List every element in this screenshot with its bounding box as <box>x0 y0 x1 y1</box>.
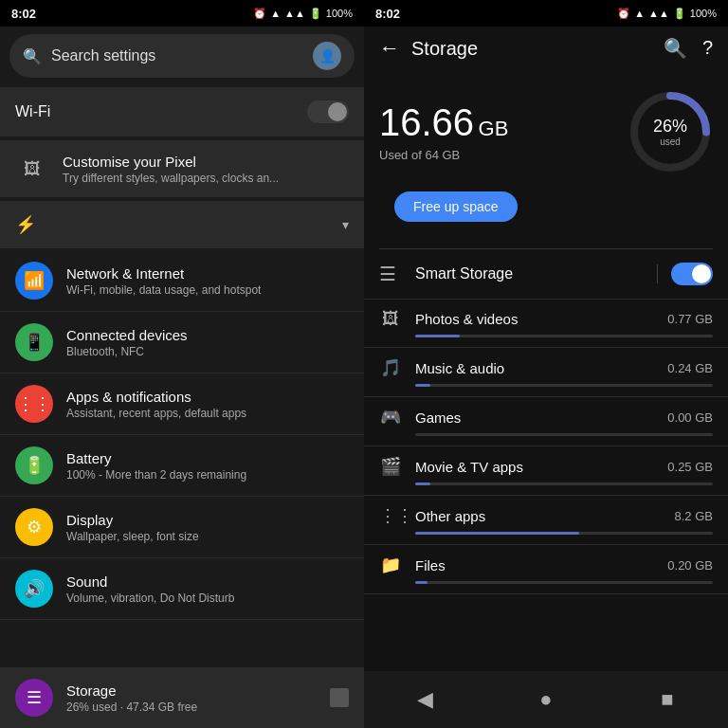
right-status-bar: 8:02 ⏰ ▲ ▲▲ 🔋 100% <box>364 0 728 27</box>
circle-used-text: used <box>653 136 687 147</box>
connected-sub: Bluetooth, NFC <box>66 345 188 358</box>
vertical-divider <box>657 264 658 283</box>
music-label: Music & audio <box>415 360 654 376</box>
back-nav-button[interactable]: ◀ <box>406 681 444 719</box>
right-alarm-icon: ⏰ <box>617 8 630 20</box>
alarm-icon: ⏰ <box>253 8 266 20</box>
list-item[interactable]: 🎵 Music & audio 0.24 GB <box>364 348 728 397</box>
list-item[interactable]: 🔋 Battery 100% - More than 2 days remain… <box>0 435 364 497</box>
wifi-toggle[interactable] <box>307 100 349 123</box>
battery-icon: 🔋 <box>309 8 322 20</box>
customise-title: Customise your Pixel <box>63 154 279 170</box>
left-status-bar: 8:02 ⏰ ▲ ▲▲ 🔋 100% <box>0 0 364 27</box>
sound-symbol: 🔊 <box>24 578 45 599</box>
photos-bar-bg <box>415 335 713 337</box>
files-icon: 📁 <box>379 555 402 575</box>
search-icon[interactable]: 🔍 <box>664 37 687 60</box>
sound-icon-circle: 🔊 <box>15 570 53 608</box>
network-sub: Wi-Fi, mobile, data usage, and hotspot <box>66 283 261 297</box>
games-label: Games <box>415 410 654 426</box>
list-item[interactable]: 📁 Files 0.20 GB <box>364 545 728 594</box>
files-bar-fill <box>415 581 428 584</box>
left-status-time: 8:02 <box>11 7 36 21</box>
list-item[interactable]: 📱 Connected devices Bluetooth, NFC <box>0 312 364 373</box>
right-status-time: 8:02 <box>375 7 400 21</box>
left-status-icons: ⏰ ▲ ▲▲ 🔋 100% <box>253 8 353 20</box>
back-button[interactable]: ← <box>379 36 400 61</box>
photos-icon: 🖼 <box>379 309 402 329</box>
display-title: Display <box>66 512 199 528</box>
display-icon-circle: ⚙ <box>15 508 53 546</box>
home-nav-button[interactable]: ● <box>527 681 565 719</box>
battery-symbol: 🔋 <box>24 455 45 476</box>
settings-list: 📶 Network & Internet Wi-Fi, mobile, data… <box>0 250 364 667</box>
photos-bar-fill <box>415 335 460 337</box>
network-icon: ▲▲ <box>284 8 305 19</box>
apps-icon-circle: ⋮⋮ <box>15 385 53 423</box>
network-text: Network & Internet Wi-Fi, mobile, data u… <box>66 265 261 297</box>
list-item[interactable]: 📶 Network & Internet Wi-Fi, mobile, data… <box>0 250 364 312</box>
music-bar-bg <box>415 384 713 387</box>
games-bar-bg <box>415 433 713 436</box>
otherapps-bar-bg <box>415 532 713 535</box>
apps-text: Apps & notifications Assistant, recent a… <box>66 389 246 420</box>
smart-storage-row[interactable]: ☰ Smart Storage <box>364 249 728 300</box>
right-panel: 8:02 ⏰ ▲ ▲▲ 🔋 100% ← Storage 🔍 ? 16.66 G… <box>364 0 728 728</box>
movies-bar-fill <box>415 482 430 485</box>
games-size: 0.00 GB <box>667 410 713 425</box>
circle-center: 26% used <box>653 117 687 147</box>
display-symbol: ⚙ <box>27 517 42 537</box>
storage-item[interactable]: ☰ Storage 26% used · 47.34 GB free <box>0 667 364 728</box>
smart-storage-icon: ☰ <box>379 263 402 285</box>
customise-row[interactable]: 🖼 Customise your Pixel Try different sty… <box>0 140 364 197</box>
display-sub: Wallpaper, sleep, font size <box>66 530 199 543</box>
wifi-row[interactable]: Wi-Fi <box>0 87 364 136</box>
free-up-space-button[interactable]: Free up space <box>394 191 518 222</box>
search-icon: 🔍 <box>23 47 42 65</box>
battery-pct: 100% <box>326 8 353 19</box>
usage-text-block: 16.66 GB Used of 64 GB <box>379 101 508 162</box>
help-icon[interactable]: ? <box>702 37 713 60</box>
files-bar-bg <box>415 581 713 584</box>
storage-icon-circle: ☰ <box>15 679 53 717</box>
list-item[interactable]: 🎬 Movie & TV apps 0.25 GB <box>364 446 728 496</box>
usage-amount-line: 16.66 GB <box>379 101 508 144</box>
battery-title: Battery <box>66 450 246 466</box>
storage-usage-section: 16.66 GB Used of 64 GB 26% used <box>364 70 728 184</box>
smart-storage-toggle[interactable] <box>671 263 713 285</box>
otherapps-size: 8.2 GB <box>675 509 713 523</box>
storage-circle-chart: 26% used <box>628 89 713 174</box>
movies-size: 0.25 GB <box>667 460 713 474</box>
network-title: Network & Internet <box>66 265 261 282</box>
storage-mini-preview <box>330 688 349 707</box>
search-bar[interactable]: 🔍 Search settings 👤 <box>9 34 355 78</box>
list-item[interactable]: 🖼 Photos & videos 0.77 GB <box>364 300 728 348</box>
connected-icon-circle: 📱 <box>15 323 53 361</box>
list-item[interactable]: ⋮⋮ Other apps 8.2 GB <box>364 496 728 545</box>
sound-sub: Volume, vibration, Do Not Disturb <box>66 592 234 605</box>
connected-text: Connected devices Bluetooth, NFC <box>66 327 188 358</box>
apps-sub: Assistant, recent apps, default apps <box>66 407 246 420</box>
files-size: 0.20 GB <box>667 558 713 573</box>
wifi-toggle-knob <box>328 102 347 121</box>
customise-icon: 🖼 <box>15 152 49 186</box>
wifi-label: Wi-Fi <box>15 103 50 120</box>
right-battery-icon: 🔋 <box>673 8 686 20</box>
recents-nav-button[interactable]: ■ <box>648 681 686 719</box>
list-item[interactable]: 🎮 Games 0.00 GB <box>364 397 728 446</box>
free-up-container: Free up space <box>364 184 728 248</box>
list-item[interactable]: ⋮⋮ Apps & notifications Assistant, recen… <box>0 373 364 435</box>
storage-title: Storage <box>66 682 197 699</box>
list-item[interactable]: ⚙ Display Wallpaper, sleep, font size <box>0 497 364 558</box>
collapsed-row[interactable]: ⚡ ▾ <box>0 201 364 248</box>
battery-sub: 100% - More than 2 days remaining <box>66 468 246 482</box>
list-item[interactable]: 🔊 Sound Volume, vibration, Do Not Distur… <box>0 558 364 620</box>
storage-header: ← Storage 🔍 ? <box>364 27 728 70</box>
movies-bar-bg <box>415 482 713 485</box>
music-size: 0.24 GB <box>667 361 713 375</box>
usage-unit: GB <box>479 117 509 140</box>
circle-percent-text: 26% <box>653 117 687 136</box>
avatar[interactable]: 👤 <box>313 42 341 70</box>
music-bar-fill <box>415 384 430 387</box>
header-actions: 🔍 ? <box>664 37 713 60</box>
